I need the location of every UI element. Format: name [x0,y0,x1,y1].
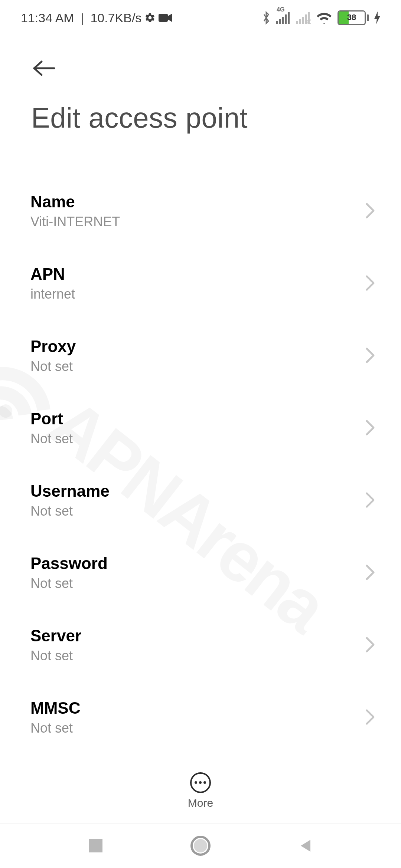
nav-recents-button[interactable] [88,838,104,854]
square-icon [88,838,104,854]
svg-rect-5 [288,12,290,24]
battery-indicator: 38 [338,10,369,25]
signal-sim1-icon: 4G [276,11,291,24]
svg-rect-3 [282,17,284,24]
chevron-right-icon [365,564,375,581]
svg-rect-12 [89,839,102,852]
setting-value: Viti-INTERNET [30,214,120,230]
setting-row-password[interactable]: PasswordNot set [0,536,401,608]
setting-label: Server [30,625,81,646]
setting-row-port[interactable]: PortNot set [0,391,401,464]
setting-value: Not set [30,431,73,447]
setting-value: Not set [30,503,110,519]
nav-back-button[interactable] [297,838,313,854]
battery-percent: 38 [347,13,356,22]
status-time: 11:34 AM [21,11,74,25]
page-title: Edit access point [30,79,371,134]
svg-rect-1 [276,21,278,24]
svg-rect-6 [296,21,298,24]
setting-label: Proxy [30,336,76,356]
bluetooth-icon [262,10,271,25]
setting-value: Not set [30,648,81,664]
setting-row-mmsc[interactable]: MMSCNot set [0,681,401,753]
settings-list: NameViti-INTERNETAPNinternetProxyNot set… [0,148,401,758]
chevron-right-icon [365,203,375,219]
more-icon [190,772,211,793]
svg-point-14 [194,839,207,852]
setting-row-mms-proxy[interactable]: MMS proxyNot set [0,753,401,758]
setting-row-name[interactable]: NameViti-INTERNET [0,174,401,247]
setting-row-apn[interactable]: APNinternet [0,247,401,319]
setting-label: Username [30,481,110,501]
bottom-action-bar: More [0,758,401,823]
setting-value: Not set [30,720,80,736]
chevron-right-icon [365,709,375,725]
more-button[interactable]: More [188,772,213,809]
status-bar: 11:34 AM | 10.7KB/s 4G 38 [0,0,401,36]
svg-rect-0 [159,14,168,22]
system-nav-bar [0,823,401,868]
chevron-right-icon [365,275,375,291]
chevron-right-icon [365,637,375,653]
chevron-right-icon [365,420,375,436]
arrow-left-icon [32,59,56,77]
setting-label: APN [30,264,75,284]
signal-sim2-icon [296,11,311,24]
setting-value: Not set [30,359,76,374]
circle-icon [190,835,211,856]
setting-value: internet [30,286,75,302]
back-button[interactable] [30,58,57,79]
setting-label: Port [30,408,73,429]
chevron-right-icon [365,347,375,364]
svg-rect-2 [279,19,281,24]
setting-label: Password [30,553,108,573]
more-label: More [188,797,213,809]
chevron-right-icon [365,492,375,508]
setting-row-proxy[interactable]: ProxyNot set [0,319,401,391]
setting-label: MMSC [30,698,80,718]
svg-rect-8 [302,17,304,24]
setting-row-server[interactable]: ServerNot set [0,608,401,681]
triangle-left-icon [297,838,313,854]
setting-value: Not set [30,576,108,591]
network-type-label: 4G [277,6,284,13]
gear-icon [144,12,156,23]
svg-rect-9 [305,14,307,24]
status-right: 4G 38 [262,10,380,25]
svg-rect-4 [285,14,287,24]
status-net-speed: 10.7KB/s [90,11,141,25]
charging-icon [374,11,380,24]
setting-label: Name [30,191,120,212]
nav-home-button[interactable] [190,835,211,856]
wifi-icon [316,11,332,24]
setting-row-username[interactable]: UsernameNot set [0,464,401,536]
status-left: 11:34 AM | 10.7KB/s [21,11,172,25]
camera-icon [159,13,172,23]
svg-rect-7 [299,19,301,24]
